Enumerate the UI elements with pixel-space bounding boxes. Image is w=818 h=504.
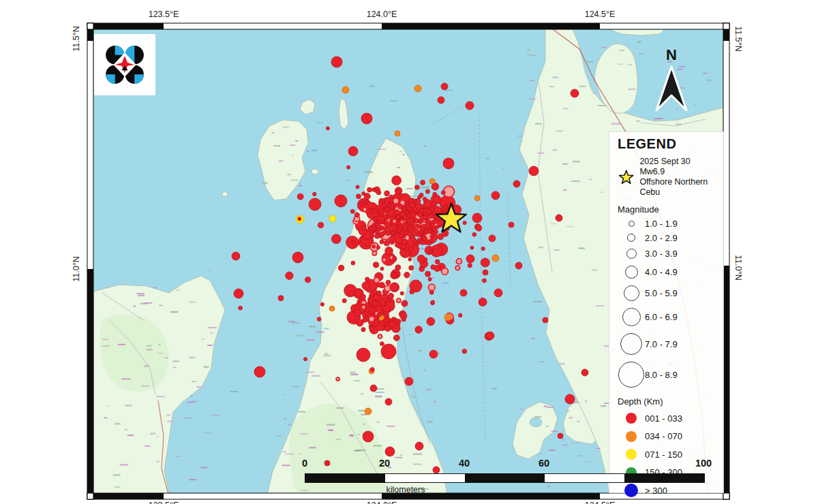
map-text-speckle bbox=[547, 407, 554, 408]
earthquake-dot-intermediate bbox=[365, 408, 372, 415]
earthquake-dot-shallow bbox=[383, 305, 390, 312]
neatline-corner-br bbox=[723, 493, 729, 499]
earthquake-dot-shallow bbox=[380, 240, 384, 244]
map-text-speckle bbox=[601, 47, 607, 48]
earthquake-dot-shallow bbox=[412, 207, 416, 211]
earthquake-dot-shallow bbox=[384, 240, 389, 246]
map-text-speckle bbox=[578, 248, 585, 249]
earthquake-dot-shallow bbox=[298, 217, 301, 221]
phivolcs-seismicity-map-page: 123.5°E 124.0°E 124.5°E 123.5°E 124.0°E … bbox=[0, 0, 818, 504]
earthquake-dot-shallow bbox=[438, 97, 444, 104]
earthquake-dot-shallow bbox=[565, 394, 575, 404]
map-text-speckle bbox=[286, 454, 294, 455]
earthquake-dot-shallow bbox=[410, 289, 414, 294]
dost-logo-emblem bbox=[99, 39, 151, 91]
earthquake-dot-shallow bbox=[356, 185, 359, 189]
map-text-speckle bbox=[397, 167, 400, 168]
map-text-speckle bbox=[577, 455, 583, 456]
map-text-speckle bbox=[361, 393, 363, 394]
map-text-speckle bbox=[287, 174, 291, 176]
legend-magnitude-row-6: 7.0 - 7.9 bbox=[618, 330, 716, 358]
map-text-speckle bbox=[596, 448, 601, 450]
earthquake-dot-shallow bbox=[470, 246, 474, 249]
earthquake-dot-shallow bbox=[429, 249, 432, 253]
earthquake-dot-shallow bbox=[428, 284, 435, 291]
legend-magnitude-symbol-col bbox=[618, 249, 645, 259]
earthquake-dot-shallow bbox=[303, 358, 307, 361]
earthquake-dot-shallow bbox=[429, 350, 438, 358]
earthquake-dot-shallow bbox=[384, 285, 391, 292]
earthquake-dot-shallow bbox=[431, 300, 434, 304]
earthquake-dot-shallow bbox=[427, 241, 431, 245]
map-text-speckle bbox=[125, 405, 132, 406]
map-text-speckle bbox=[637, 41, 641, 43]
earthquake-dot-shallow bbox=[336, 377, 339, 381]
map-text-speckle bbox=[562, 163, 568, 165]
earthquake-dot-shallow bbox=[419, 266, 425, 272]
earthquake-dot-shallow bbox=[404, 272, 410, 278]
earthquake-dot-shallow bbox=[372, 188, 376, 192]
map-text-speckle bbox=[546, 426, 549, 427]
earthquake-dot-shallow bbox=[430, 235, 434, 238]
map-text-speckle bbox=[566, 226, 575, 227]
north-arrow: N bbox=[652, 48, 691, 119]
map-text-speckle bbox=[196, 386, 202, 388]
scale-bar-tick-60: 60 bbox=[539, 458, 549, 469]
earthquake-dot-shallow bbox=[394, 210, 399, 215]
map-text-speckle bbox=[282, 127, 288, 128]
earthquake-dot-shallow bbox=[415, 185, 420, 190]
scale-bar-segment-2 bbox=[465, 474, 545, 482]
map-text-speckle bbox=[517, 136, 522, 137]
map-text-speckle bbox=[358, 434, 361, 435]
earthquake-dot-deep bbox=[329, 215, 336, 222]
earthquake-dot-shallow bbox=[380, 267, 384, 270]
map-text-speckle bbox=[434, 400, 436, 403]
earthquake-dot-shallow bbox=[455, 266, 460, 270]
dost-phivolcs-logo bbox=[94, 34, 155, 95]
earthquake-dot-shallow bbox=[395, 189, 401, 194]
earthquake-dot-shallow bbox=[391, 283, 399, 291]
legend-panel: LEGEND 2025 Sept 30 Mw6.9 Offshore North… bbox=[609, 131, 724, 493]
map-text-speckle bbox=[562, 445, 569, 446]
earthquake-dot-shallow bbox=[286, 272, 293, 279]
earthquake-dot-shallow bbox=[435, 259, 440, 264]
earthquake-dot-shallow bbox=[434, 206, 441, 214]
map-text-speckle bbox=[402, 154, 404, 155]
map-text-speckle bbox=[279, 160, 284, 161]
legend-event-line2: Offshore Northern Cebu bbox=[639, 177, 716, 198]
earthquake-dot-shallow bbox=[390, 202, 394, 206]
earthquake-dot-shallow bbox=[378, 334, 382, 338]
legend-depth-row-0: 001 - 033 bbox=[618, 409, 716, 428]
earthquake-dot-shallow bbox=[382, 209, 386, 213]
earthquake-dot-shallow bbox=[309, 198, 321, 210]
earthquake-dot-shallow bbox=[421, 240, 425, 245]
legend-event-row: 2025 Sept 30 Mw6.9 Offshore Northern Ceb… bbox=[618, 157, 716, 198]
earthquake-dot-shallow bbox=[402, 317, 406, 321]
earthquake-dot-shallow bbox=[462, 349, 467, 353]
earthquake-dot-shallow bbox=[347, 166, 350, 169]
lat-label-left-2: 11.0°N bbox=[72, 256, 81, 281]
earthquake-dot-shallow bbox=[385, 247, 393, 255]
map-text-speckle bbox=[336, 439, 342, 440]
lon-label-top-2: 124.0°E bbox=[367, 10, 397, 19]
map-text-speckle bbox=[421, 187, 430, 189]
logo-circle-br-cyan bbox=[134, 74, 144, 84]
neatline-right-seg2 bbox=[723, 266, 729, 493]
earthquake-dot-shallow bbox=[382, 258, 387, 262]
map-text-speckle bbox=[288, 424, 292, 425]
earthquake-dot-shallow bbox=[393, 272, 397, 277]
earthquake-dot-shallow bbox=[292, 252, 303, 263]
map-text-speckle bbox=[408, 334, 412, 335]
map-text-speckle bbox=[571, 180, 580, 182]
earthquake-dot-shallow bbox=[483, 279, 487, 283]
map-text-speckle bbox=[114, 486, 121, 488]
map-text-speckle bbox=[284, 418, 287, 420]
earthquake-dot-shallow bbox=[372, 226, 376, 230]
legend-magnitude-label: 4.0 - 4.9 bbox=[645, 267, 678, 277]
map-text-speckle bbox=[540, 361, 545, 362]
earthquake-dot-shallow bbox=[372, 251, 376, 255]
map-text-speckle bbox=[551, 430, 558, 432]
earthquake-dot-shallow bbox=[380, 342, 384, 346]
earthquake-dot-shallow bbox=[515, 262, 522, 269]
lat-label-right-2: 11.0°N bbox=[733, 255, 743, 280]
